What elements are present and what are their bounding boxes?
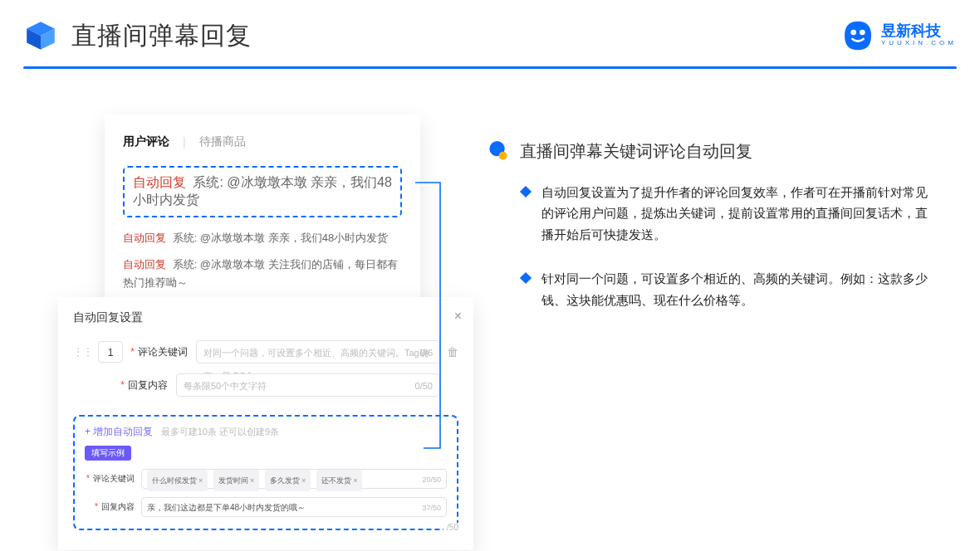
header: 直播间弹幕回复 昱新科技 YUUXIN.COM: [23, 18, 957, 69]
counter: 0/6: [420, 341, 433, 364]
chip[interactable]: 什么时候发货×: [147, 470, 208, 491]
bullet-text: 针对同一个问题，可设置多个相近的、高频的关键词。例如：这款多少钱、这块能优惠吗、…: [541, 269, 930, 311]
brand-icon: [841, 19, 875, 52]
example-highlight: + 增加自动回复 最多可建10条 还可以创建9条 填写示例 *评论关键词 什么时…: [73, 415, 458, 530]
auto-reply-tag: 自动回复: [133, 175, 186, 189]
auto-reply-tag: 自动回复: [123, 232, 166, 244]
add-hint: 最多可建10条 还可以创建9条: [161, 427, 279, 436]
page-title: 直播间弹幕回复: [71, 19, 252, 53]
brand-en: YUUXIN.COM: [881, 38, 957, 47]
example-keyword-input[interactable]: 什么时候发货× 发货时间× 多久发货× 还不发货× 20/50: [141, 469, 447, 489]
highlighted-comment: 自动回复 系统: @冰墩墩本墩 亲亲，我们48小时内发货: [123, 166, 402, 217]
rule-number: 1: [98, 341, 123, 363]
add-auto-reply-link[interactable]: + 增加自动回复: [85, 426, 153, 437]
comment-line: 自动回复 系统: @冰墩墩本墩 亲亲，我们48小时内发货: [123, 229, 402, 247]
bullet-item: 针对同一个问题，可设置多个相近的、高频的关键词。例如：这款多少钱、这块能优惠吗、…: [522, 269, 930, 311]
tabs: 用户评论 | 待播商品: [123, 134, 402, 149]
comment-line: 自动回复 系统: @冰墩墩本墩 关注我们的店铺，每日都有热门推荐呦～: [123, 256, 402, 292]
bullet-text: 自动回复设置为了提升作者的评论回复效率，作者可在开播前针对常见的评论用户问题，提…: [541, 183, 930, 246]
tab-user-comments[interactable]: 用户评论: [123, 134, 169, 149]
chip[interactable]: 多久发货×: [265, 470, 311, 491]
section-header: 直播间弹幕关键词评论自动回复: [487, 139, 930, 163]
tab-pending-products[interactable]: 待播商品: [199, 134, 246, 149]
row-keyword: ⋮⋮ 1 *评论关键词 对同一个问题，可设置多个相近、高频的关键词。Tag确定，…: [73, 340, 458, 363]
trash-icon[interactable]: 🗑: [447, 345, 458, 358]
auto-reply-tag: 自动回复: [123, 258, 166, 271]
example-badge: 填写示例: [85, 446, 131, 461]
keyword-input[interactable]: 对同一个问题，可设置多个相近、高频的关键词。Tag确定，最多5个 0/6: [196, 340, 440, 363]
settings-title: 自动回复设置: [73, 310, 143, 324]
label-content: *回复内容: [103, 378, 168, 393]
section-title: 直播间弹幕关键词评论自动回复: [520, 140, 752, 163]
drag-handle-icon[interactable]: ⋮⋮: [73, 346, 93, 358]
example-keyword-row: *评论关键词 什么时候发货× 发货时间× 多久发货× 还不发货× 20/50: [85, 469, 447, 489]
counter: /50: [443, 523, 458, 532]
cube-icon: [23, 18, 58, 53]
ex-label-keyword: *评论关键词: [85, 473, 135, 485]
counter: 37/50: [422, 498, 441, 518]
example-content-row: *回复内容 亲，我们这边都是下单48小时内发货的哦～ 37/50: [85, 497, 447, 517]
chip[interactable]: 发货时间×: [213, 470, 259, 491]
content-input[interactable]: 每条限50个中文字符 0/50: [176, 373, 440, 397]
bullet-item: 自动回复设置为了提升作者的评论回复效率，作者可在开播前针对常见的评论用户问题，提…: [522, 183, 930, 246]
svg-point-4: [860, 30, 865, 36]
tab-separator: |: [183, 135, 186, 149]
label-keyword: *评论关键词: [123, 345, 188, 359]
brand-cn: 昱新科技: [881, 23, 957, 38]
bubble-icon: [487, 139, 510, 163]
right-block: 直播间弹幕关键词评论自动回复 自动回复设置为了提升作者的评论回复效率，作者可在开…: [487, 139, 930, 334]
example-content-input[interactable]: 亲，我们这边都是下单48小时内发货的哦～ 37/50: [141, 497, 447, 517]
svg-point-6: [499, 152, 507, 160]
counter: 20/50: [422, 470, 441, 490]
diamond-icon: [520, 186, 532, 197]
settings-panel: 自动回复设置 × ⋮⋮ 1 *评论关键词 对同一个问题，可设置多个相近、高频的关…: [58, 297, 473, 550]
row-content: *回复内容 每条限50个中文字符 0/50: [73, 373, 458, 397]
chip[interactable]: 还不发货×: [316, 470, 362, 491]
counter: 0/50: [415, 374, 433, 397]
svg-point-3: [850, 30, 856, 36]
diamond-icon: [520, 272, 532, 284]
close-icon[interactable]: ×: [454, 309, 462, 324]
brand-text: 昱新科技 YUUXIN.COM: [881, 23, 957, 47]
header-divider: [23, 66, 957, 69]
comment-text: 系统: @冰墩墩本墩 亲亲，我们48小时内发货: [173, 232, 389, 244]
ex-label-content: *回复内容: [85, 501, 135, 513]
comments-panel: 用户评论 | 待播商品 自动回复 系统: @冰墩墩本墩 亲亲，我们48小时内发货…: [105, 115, 420, 327]
